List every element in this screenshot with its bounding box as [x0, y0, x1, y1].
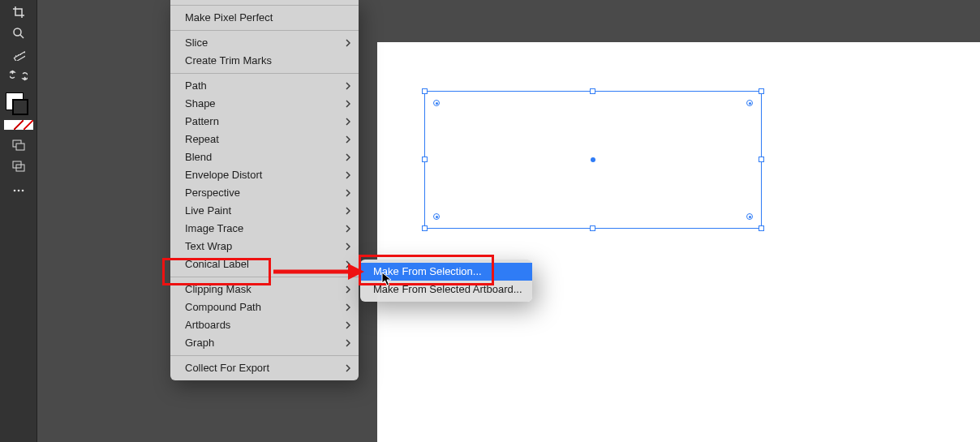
screen-mode-icon[interactable] [6, 136, 32, 154]
menu-item-label: Artboards [185, 319, 230, 331]
conical-label-submenu: Make From Selection... Make From Selecte… [360, 260, 532, 302]
tools-panel [0, 0, 37, 442]
menu-item-label: Shape [185, 97, 216, 109]
crop-tool-icon[interactable] [6, 3, 32, 21]
chevron-right-icon [346, 316, 350, 334]
menu-item-pattern[interactable]: Pattern [170, 113, 359, 131]
menu-item-path[interactable]: Path [170, 77, 359, 95]
menu-item-label: Live Paint [185, 204, 231, 217]
menu-item-perspective[interactable]: Perspective [170, 184, 359, 202]
menu-item-conical-label[interactable]: Conical Label [170, 255, 359, 273]
chevron-right-icon [346, 166, 350, 184]
chevron-right-icon [346, 34, 350, 52]
resize-handle-tm[interactable] [590, 88, 595, 94]
chevron-right-icon [346, 220, 350, 238]
menu-item-label: Collect For Export [185, 362, 269, 374]
menu-item-collect-for-export[interactable]: Collect For Export [170, 359, 359, 377]
menu-item-make-pixel-perfect[interactable]: Make Pixel Perfect [170, 9, 359, 27]
resize-handle-tr[interactable] [759, 88, 764, 94]
menu-item-slice[interactable]: Slice [170, 34, 359, 52]
resize-handle-mr[interactable] [759, 157, 764, 162]
selection-center [591, 157, 595, 162]
resize-handle-bl[interactable] [422, 225, 428, 231]
menu-item-repeat[interactable]: Repeat [170, 131, 359, 148]
selected-rectangle[interactable] [424, 91, 762, 229]
menu-item-label: Pattern [185, 115, 219, 127]
zoom-tool-icon[interactable] [6, 24, 32, 42]
menu-item-compound-path[interactable]: Compound Path [170, 298, 359, 316]
measure-tool-icon[interactable] [6, 45, 32, 63]
chevron-right-icon [346, 184, 350, 202]
chevron-right-icon [346, 202, 350, 220]
color-mode-solid[interactable] [4, 120, 14, 130]
menu-item-blend[interactable]: Blend [170, 148, 359, 166]
anchor-point-br[interactable] [746, 213, 753, 220]
menu-item-label: Image Trace [185, 222, 243, 234]
menu-item-artboards[interactable]: Artboards [170, 316, 359, 334]
menu-item-envelope-distort[interactable]: Envelope Distort [170, 166, 359, 184]
chevron-right-icon [346, 255, 350, 273]
menu-item-create-trim-marks[interactable]: Create Trim Marks [170, 52, 359, 70]
menu-item-label: Text Wrap [185, 240, 232, 252]
chevron-right-icon [346, 334, 350, 352]
menu-item-label: Envelope Distort [185, 169, 262, 181]
menu-item-label: Slice [185, 36, 208, 49]
menu-item-label: Path [185, 79, 207, 92]
menu-item-label: Blend [185, 151, 212, 163]
menu-item-graph[interactable]: Graph [170, 334, 359, 352]
menu-item-text-wrap[interactable]: Text Wrap [170, 238, 359, 255]
anchor-point-tl[interactable] [433, 100, 440, 106]
object-menu-dropdown: Make Pixel Perfect Slice Create Trim Mar… [170, 0, 359, 380]
chevron-right-icon [346, 148, 350, 166]
chevron-right-icon [346, 359, 350, 377]
svg-rect-3 [16, 144, 24, 150]
submenu-item-make-from-artboard[interactable]: Make From Selected Artboard... [360, 281, 532, 298]
chevron-right-icon [346, 131, 350, 148]
color-mode-none[interactable] [24, 120, 33, 130]
more-tools-icon[interactable] [6, 182, 32, 200]
chevron-right-icon [346, 238, 350, 255]
menu-item-label: Make From Selected Artboard... [373, 283, 522, 295]
undo-redo-icon[interactable] [6, 67, 32, 84]
menu-item-label: Make Pixel Perfect [185, 11, 273, 24]
resize-handle-br[interactable] [759, 225, 764, 231]
menu-item-label: Clipping Mask [185, 283, 251, 295]
color-mode-gradient[interactable] [14, 120, 24, 130]
svg-point-6 [13, 190, 15, 192]
fill-stroke-swatches[interactable] [6, 92, 32, 117]
chevron-right-icon [346, 77, 350, 95]
anchor-point-tr[interactable] [746, 100, 753, 106]
menu-item-clipping-mask[interactable]: Clipping Mask [170, 281, 359, 298]
menu-item-label: Conical Label [185, 258, 249, 270]
menu-item-shape[interactable]: Shape [170, 95, 359, 113]
resize-handle-bm[interactable] [590, 225, 595, 231]
svg-point-7 [17, 190, 19, 192]
chevron-right-icon [346, 113, 350, 131]
submenu-item-make-from-selection[interactable]: Make From Selection... [360, 263, 532, 281]
menu-item-label: Repeat [185, 133, 219, 145]
chevron-right-icon [346, 281, 350, 298]
menu-item-label: Make From Selection... [373, 265, 482, 277]
chevron-right-icon [346, 95, 350, 113]
menu-item-image-trace[interactable]: Image Trace [170, 220, 359, 238]
artboard[interactable] [377, 42, 980, 442]
menu-item-label: Graph [185, 337, 214, 349]
stroke-color-swatch[interactable] [12, 99, 28, 115]
screen-mode-alt-icon[interactable] [6, 157, 32, 175]
menu-item-label: Perspective [185, 187, 240, 199]
menu-item-label: Create Trim Marks [185, 54, 272, 67]
menu-item-live-paint[interactable]: Live Paint [170, 202, 359, 220]
svg-point-8 [21, 190, 24, 192]
menu-item-label: Compound Path [185, 301, 261, 313]
anchor-point-bl[interactable] [433, 213, 440, 220]
resize-handle-ml[interactable] [422, 157, 428, 162]
chevron-right-icon [346, 298, 350, 316]
svg-point-0 [14, 28, 21, 36]
resize-handle-tl[interactable] [422, 88, 428, 94]
